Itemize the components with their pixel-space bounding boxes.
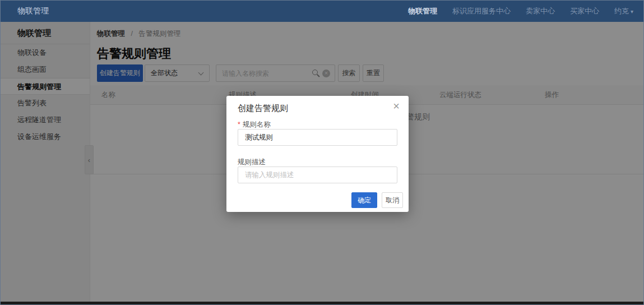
rule-description-input[interactable] bbox=[238, 167, 397, 183]
user-menu[interactable]: 约克▾ bbox=[614, 6, 633, 16]
rule-name-label-text: 规则名称 bbox=[243, 121, 271, 128]
brand-logo: 物联管理 bbox=[17, 6, 49, 16]
rule-name-label: *规则名称 bbox=[238, 120, 271, 130]
app-window: 物联管理 物联管理 标识应用服务中心 卖家中心 买家中心 约克▾ 物联管理 物联… bbox=[0, 0, 644, 305]
confirm-button[interactable]: 确定 bbox=[351, 192, 377, 208]
rule-name-input[interactable] bbox=[238, 129, 397, 146]
rule-description-label: 规则描述 bbox=[238, 158, 266, 167]
topnav-item-seller-center[interactable]: 卖家中心 bbox=[526, 6, 555, 16]
topnav-item-identity-service[interactable]: 标识应用服务中心 bbox=[452, 6, 511, 16]
create-alarm-rule-modal: 创建告警规则 × *规则名称 规则描述 确定 取消 bbox=[226, 96, 409, 212]
close-icon[interactable]: × bbox=[393, 100, 400, 112]
top-navbar: 物联管理 物联管理 标识应用服务中心 卖家中心 买家中心 约克▾ bbox=[1, 1, 643, 22]
rule-description-label-text: 规则描述 bbox=[238, 158, 266, 166]
required-mark: * bbox=[238, 121, 240, 128]
topnav-item-iot[interactable]: 物联管理 bbox=[408, 6, 437, 16]
user-name: 约克 bbox=[614, 7, 629, 15]
modal-title: 创建告警规则 bbox=[238, 103, 288, 114]
topnav-item-buyer-center[interactable]: 买家中心 bbox=[570, 6, 599, 16]
topnav-menu: 物联管理 标识应用服务中心 卖家中心 买家中心 约克▾ bbox=[408, 6, 633, 16]
cancel-button[interactable]: 取消 bbox=[382, 192, 403, 208]
chevron-down-icon: ▾ bbox=[631, 8, 633, 15]
